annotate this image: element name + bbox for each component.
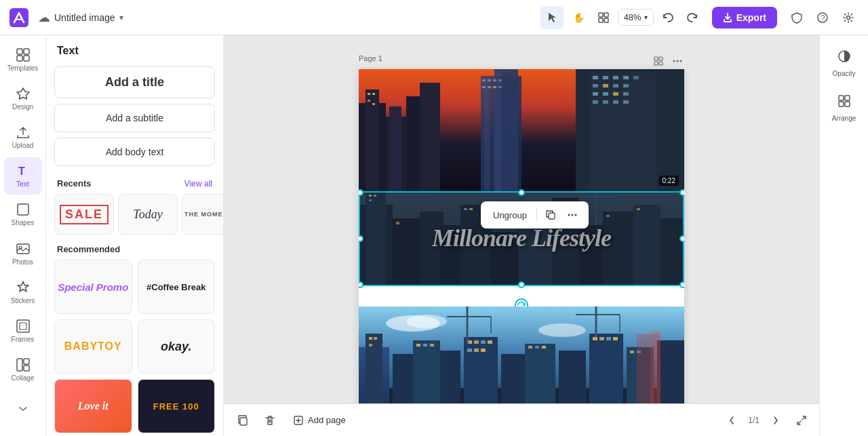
bottom-city-svg <box>359 306 684 403</box>
rec-coffee-break-text: #Coffee Break <box>146 282 205 292</box>
sidebar: Templates Design Upload T Text Shapes <box>0 35 46 436</box>
svg-rect-123 <box>416 344 420 346</box>
shield-btn[interactable] <box>785 6 808 29</box>
sidebar-item-frames[interactable]: Frames <box>4 313 42 350</box>
duplicate-page-btn[interactable] <box>232 410 254 431</box>
sidebar-collapse-btn[interactable] <box>4 390 42 428</box>
app-logo[interactable] <box>8 7 30 28</box>
svg-rect-133 <box>528 346 532 349</box>
opacity-panel-item[interactable]: Opacity <box>824 43 865 83</box>
popup-more-btn[interactable] <box>563 205 582 224</box>
page-top-icons <box>652 54 684 68</box>
svg-rect-20 <box>24 359 29 364</box>
add-title-btn[interactable]: Add a title <box>54 66 215 98</box>
svg-rect-17 <box>17 320 29 332</box>
rec-item-coffee-break[interactable]: #Coffee Break <box>138 260 216 314</box>
select-tool-btn[interactable] <box>540 6 564 29</box>
page-grid-icon[interactable] <box>652 54 665 68</box>
sidebar-item-text[interactable]: T Text <box>4 157 42 195</box>
prev-page-btn[interactable] <box>721 410 743 431</box>
help-btn[interactable]: ? <box>811 6 834 29</box>
svg-rect-115 <box>525 344 555 403</box>
sidebar-item-collage[interactable]: Collage <box>4 351 42 389</box>
add-body-btn[interactable]: Add body text <box>54 138 215 166</box>
rec-okay-text: okay. <box>161 340 191 354</box>
popup-copy-btn[interactable] <box>541 205 560 224</box>
svg-rect-134 <box>535 346 539 349</box>
page-more-icon[interactable] <box>671 54 684 68</box>
rec-item-okay[interactable]: okay. <box>138 319 216 374</box>
recent-item-sale[interactable]: SALE <box>54 194 114 235</box>
svg-rect-117 <box>589 334 623 403</box>
ungroup-btn[interactable]: Ungroup <box>488 207 532 223</box>
settings-btn[interactable] <box>837 6 860 29</box>
svg-rect-3 <box>604 13 608 17</box>
templates-label: Templates <box>7 64 39 72</box>
page-counter: 1/1 <box>748 416 760 425</box>
sidebar-item-upload[interactable]: Upload <box>4 118 42 155</box>
recommended-label: Recommended <box>57 244 120 254</box>
main-area: Templates Design Upload T Text Shapes <box>0 35 868 436</box>
add-subtitle-btn[interactable]: Add a subtitle <box>54 104 215 132</box>
svg-rect-116 <box>559 351 586 403</box>
recent-item-today[interactable]: Today <box>118 194 178 235</box>
redo-btn[interactable] <box>681 6 704 29</box>
rec-item-free[interactable]: FREE 100 <box>138 379 216 433</box>
svg-rect-39 <box>372 103 375 105</box>
svg-rect-56 <box>613 76 618 79</box>
sidebar-item-photos[interactable]: Photos <box>4 235 42 272</box>
next-page-btn[interactable] <box>765 410 787 431</box>
ungroup-popup: Ungroup <box>481 201 589 229</box>
svg-rect-120 <box>369 337 372 340</box>
recent-today-text: Today <box>133 207 162 222</box>
sidebar-item-stickers[interactable]: Stickers <box>4 273 42 311</box>
hand-tool-btn[interactable]: ✋ <box>566 6 589 29</box>
svg-text:?: ? <box>821 14 825 22</box>
svg-rect-137 <box>599 337 604 340</box>
svg-rect-55 <box>603 76 608 79</box>
bottom-image[interactable] <box>359 306 684 403</box>
upload-icon <box>16 125 31 140</box>
export-btn[interactable]: Export <box>712 7 777 28</box>
svg-rect-57 <box>623 76 629 79</box>
svg-rect-11 <box>17 56 22 61</box>
rec-item-love[interactable]: Love it <box>54 379 132 433</box>
svg-text:T: T <box>18 165 25 177</box>
sidebar-item-templates[interactable]: Templates <box>4 41 42 78</box>
svg-rect-24 <box>654 62 658 65</box>
layout-tool-btn[interactable] <box>592 6 615 29</box>
rec-item-babytoy[interactable]: BABYTOY <box>54 319 132 374</box>
zoom-control[interactable]: 48% ▾ <box>618 9 654 26</box>
doc-name[interactable]: Untitled image <box>54 12 115 23</box>
arrange-panel-item[interactable]: Arrange <box>824 88 865 127</box>
canvas-scroll[interactable]: Page 1 <box>224 35 819 403</box>
add-page-btn[interactable]: Add page <box>286 411 353 430</box>
recommended-grid: Special Promo #Coffee Break BABYTOY okay… <box>46 260 223 436</box>
svg-rect-47 <box>498 79 502 81</box>
svg-rect-36 <box>368 93 370 95</box>
view-all-link[interactable]: View all <box>184 179 212 189</box>
svg-rect-18 <box>20 323 26 330</box>
delete-page-btn[interactable] <box>259 410 281 431</box>
text-label: Text <box>16 180 28 188</box>
svg-rect-70 <box>623 100 629 104</box>
svg-rect-50 <box>493 86 496 88</box>
expand-btn[interactable] <box>792 411 811 430</box>
top-image[interactable]: 0:22 <box>359 69 684 191</box>
undo-btn[interactable] <box>656 6 679 29</box>
recents-header: Recents View all <box>46 169 223 194</box>
svg-rect-122 <box>369 344 372 346</box>
svg-rect-130 <box>467 349 472 352</box>
rec-babytoy-text: BABYTOY <box>64 340 122 353</box>
recent-item-moment[interactable]: THE MOMENT... <box>182 194 224 235</box>
cloud-icon: ☁ <box>38 10 50 25</box>
topbar: ☁ Untitled image ▾ ✋ 48% ▾ <box>0 0 868 35</box>
rec-item-special-promo[interactable]: Special Promo <box>54 260 132 314</box>
stickers-label: Stickers <box>11 297 35 304</box>
export-label: Export <box>736 12 766 23</box>
svg-rect-132 <box>481 349 486 352</box>
doc-chevron[interactable]: ▾ <box>119 13 123 22</box>
sidebar-item-design[interactable]: Design <box>4 79 42 117</box>
sidebar-item-shapes[interactable]: Shapes <box>4 196 42 233</box>
popup-divider <box>536 208 537 222</box>
